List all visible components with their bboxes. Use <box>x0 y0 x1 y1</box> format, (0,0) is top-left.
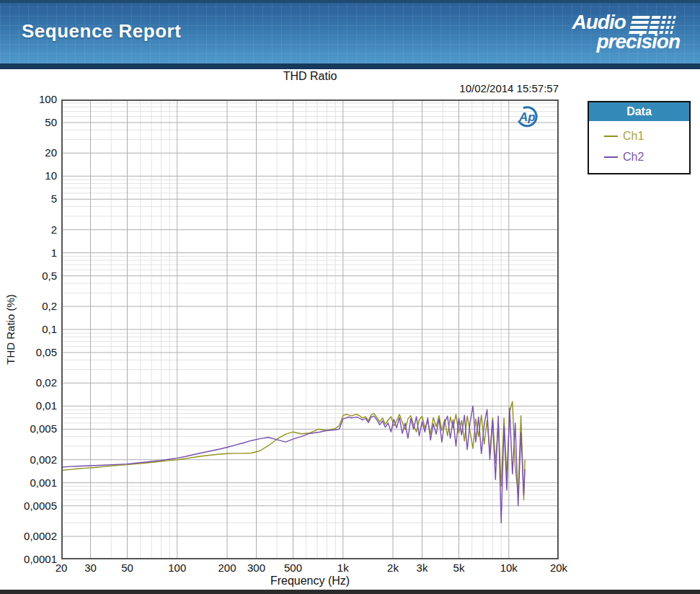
logo-bars-icon <box>629 16 675 34</box>
bottom-bar <box>0 590 700 594</box>
ap-monogram-text: Ap <box>519 110 536 125</box>
x-tick-label: 20k <box>537 562 580 574</box>
plot-svg <box>61 99 559 559</box>
y-tick-label: 20 <box>0 146 57 159</box>
x-tick-label: 100 <box>156 562 199 574</box>
y-tick-label: 2 <box>0 223 57 236</box>
y-tick-label: 0,2 <box>0 300 57 313</box>
y-tick-label: 0,001 <box>0 476 57 489</box>
y-tick-label: 0,01 <box>0 399 57 412</box>
legend-entries: Ch1Ch2 <box>589 121 689 173</box>
legend-entry-label: Ch1 <box>623 130 644 143</box>
legend-entry-ch1: Ch1 <box>589 125 689 146</box>
header-divider <box>0 63 700 69</box>
y-tick-label: 0,02 <box>0 376 57 389</box>
x-tick-label: 1k <box>322 562 365 574</box>
x-axis-title: Frequency (Hz) <box>61 575 559 588</box>
legend-header: Data <box>589 102 689 121</box>
audio-precision-logo: Audio precision <box>572 13 680 51</box>
chart-timestamp: 10/02/2014 15:57:57 <box>459 82 559 94</box>
legend: Data Ch1Ch2 <box>588 101 691 174</box>
logo-word-audio: Audio <box>572 13 626 32</box>
sequence-report-page: Sequence Report Audio precision THD Rati… <box>0 0 700 594</box>
y-tick-label: 0,0005 <box>0 500 57 513</box>
x-tick-label: 5k <box>438 562 481 574</box>
y-tick-label: 50 <box>0 116 57 129</box>
y-tick-label: 0,002 <box>0 453 57 466</box>
chart-title: THD Ratio <box>61 70 559 83</box>
legend-entry-label: Ch2 <box>623 151 644 164</box>
y-tick-label: 10 <box>0 169 57 182</box>
y-tick-label: 0,005 <box>0 422 57 435</box>
y-tick-label: 0,0002 <box>0 530 57 543</box>
ap-monogram-icon: Ap <box>513 105 544 130</box>
logo-word-precision: precision <box>597 32 680 51</box>
y-tick-label: 0,5 <box>0 270 57 283</box>
report-header: Sequence Report Audio precision <box>0 0 700 63</box>
x-tick-label: 10k <box>487 562 531 574</box>
y-tick-label: 0,05 <box>0 346 57 359</box>
y-tick-label: 1 <box>0 247 57 260</box>
y-tick-label: 100 <box>0 93 57 106</box>
legend-line-swatch <box>604 156 618 158</box>
x-tick-label: 50 <box>106 562 149 574</box>
y-tick-label: 5 <box>0 192 57 205</box>
x-tick-label: 500 <box>272 562 315 574</box>
legend-line-swatch <box>604 136 618 137</box>
legend-entry-ch2: Ch2 <box>589 146 689 167</box>
report-title: Sequence Report <box>22 20 181 43</box>
y-tick-label: 0,1 <box>0 323 57 336</box>
